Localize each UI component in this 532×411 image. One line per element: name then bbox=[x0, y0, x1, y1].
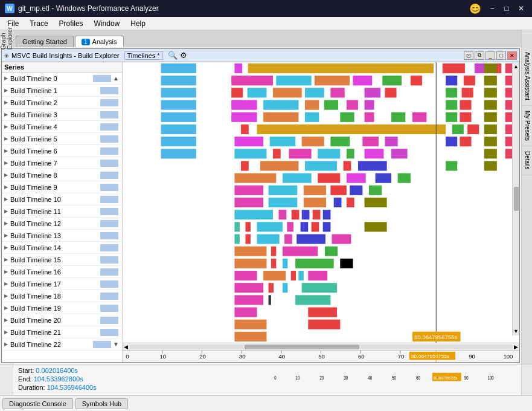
close-button[interactable]: ✕ bbox=[515, 4, 527, 13]
right-tab-analysis[interactable]: Analysis Assistant bbox=[522, 47, 532, 106]
svg-rect-139 bbox=[484, 100, 497, 110]
inner-minimize-btn[interactable]: _ bbox=[486, 51, 495, 60]
vertical-scrollbar[interactable]: ▲ ▼ bbox=[512, 62, 519, 335]
svg-rect-136 bbox=[484, 63, 497, 73]
svg-rect-80 bbox=[304, 186, 326, 195]
svg-rect-73 bbox=[283, 173, 312, 183]
scroll-v-bottom[interactable]: ▼ bbox=[112, 341, 120, 348]
svg-rect-67 bbox=[260, 161, 299, 170]
series-label-10: Build Timeline 10 bbox=[10, 196, 61, 203]
series-item-17[interactable]: ▶ Build Timeline 17 bbox=[2, 278, 122, 290]
series-item-16[interactable]: ▶ Build Timeline 16 bbox=[2, 266, 122, 278]
scroll-up-arrow[interactable]: ▲ bbox=[512, 62, 519, 71]
series-list[interactable]: ▶ Build Timeline 0 ▲ ▶ Build Timeline 1 … bbox=[2, 73, 122, 362]
series-item-20[interactable]: ▶ Build Timeline 20 bbox=[2, 314, 122, 326]
series-mini-2 bbox=[100, 99, 118, 106]
svg-rect-11 bbox=[382, 76, 402, 85]
series-item-9[interactable]: ▶ Build Timeline 9 bbox=[2, 181, 122, 193]
series-item-15[interactable]: ▶ Build Timeline 15 bbox=[2, 254, 122, 266]
timeline-content: Series ▶ Build Timeline 0 ▲ ▶ Build Time… bbox=[2, 62, 519, 362]
start-label: Start: bbox=[18, 367, 34, 374]
series-item-10[interactable]: ▶ Build Timeline 10 bbox=[2, 193, 122, 206]
series-item-7[interactable]: ▶ Build Timeline 7 bbox=[2, 157, 122, 169]
series-item-1[interactable]: ▶ Build Timeline 1 bbox=[2, 85, 122, 97]
scroll-right-arrow[interactable]: ▶ bbox=[513, 344, 519, 350]
svg-rect-104 bbox=[234, 234, 239, 244]
svg-rect-27 bbox=[263, 100, 298, 110]
inner-maximize-btn[interactable]: □ bbox=[496, 51, 506, 60]
scroll-v-0[interactable]: ▲ bbox=[112, 75, 120, 82]
svg-rect-142 bbox=[484, 137, 497, 146]
series-item-14[interactable]: ▶ Build Timeline 14 bbox=[2, 242, 122, 254]
tab-getting-started[interactable]: Getting Started bbox=[16, 36, 74, 47]
right-tab-details[interactable]: Details bbox=[522, 146, 532, 175]
scroll-left-arrow[interactable]: ◀ bbox=[123, 344, 129, 350]
bottom-tab-diagnostic[interactable]: Diagnostic Console bbox=[2, 398, 73, 409]
series-item-22[interactable]: ▶ Build Timeline 22 ▼ bbox=[2, 338, 122, 351]
graph-explorer-toggle[interactable]: Graph Explorer bbox=[0, 30, 13, 47]
arrow-6: ▶ bbox=[4, 148, 8, 154]
series-header: Series bbox=[2, 62, 122, 73]
right-tab-presets[interactable]: My Presets bbox=[522, 106, 532, 146]
svg-rect-69 bbox=[344, 161, 351, 170]
inner-restore-btn[interactable]: ⊡ bbox=[464, 51, 473, 60]
series-item-4[interactable]: ▶ Build Timeline 4 bbox=[2, 121, 122, 133]
series-item-5[interactable]: ▶ Build Timeline 5 bbox=[2, 133, 122, 145]
series-item-11[interactable]: ▶ Build Timeline 11 bbox=[2, 206, 122, 218]
series-item-3[interactable]: ▶ Build Timeline 3 bbox=[2, 109, 122, 121]
series-mini-12 bbox=[100, 220, 118, 227]
svg-text:40: 40 bbox=[368, 375, 372, 381]
status-info: Start: 0.002016400s End: 104.533962800s … bbox=[13, 364, 272, 395]
svg-rect-51 bbox=[270, 137, 295, 146]
horizontal-scrollbar[interactable]: ◀ ▶ bbox=[123, 343, 519, 350]
svg-rect-42 bbox=[446, 112, 457, 122]
scroll-down-arrow[interactable]: ▼ bbox=[512, 327, 519, 335]
inner-float-btn[interactable]: ⧉ bbox=[475, 51, 484, 60]
arrow-15: ▶ bbox=[4, 257, 8, 262]
series-item-2[interactable]: ▶ Build Timeline 2 bbox=[2, 97, 122, 109]
menu-trace[interactable]: Trace bbox=[25, 18, 53, 29]
series-item-12[interactable]: ▶ Build Timeline 12 bbox=[2, 218, 122, 230]
svg-rect-12 bbox=[411, 76, 422, 85]
svg-rect-15 bbox=[161, 88, 196, 97]
settings-icon[interactable]: ⚙ bbox=[180, 51, 187, 60]
timelines-tab[interactable]: Timelines * bbox=[124, 51, 163, 60]
series-item-13[interactable]: ▶ Build Timeline 13 bbox=[2, 230, 122, 242]
minimize-button[interactable]: − bbox=[486, 4, 498, 13]
svg-rect-75 bbox=[347, 173, 366, 183]
tab-analysis[interactable]: 1Analysis bbox=[75, 36, 124, 47]
svg-rect-28 bbox=[305, 100, 319, 110]
inner-close-btn[interactable]: ✕ bbox=[507, 51, 517, 60]
h-scroll-thumb[interactable] bbox=[245, 345, 360, 349]
series-mini-11 bbox=[100, 208, 118, 215]
menu-help[interactable]: Help bbox=[126, 18, 150, 29]
bottom-tab-symbols[interactable]: Symbols Hub bbox=[75, 398, 128, 409]
series-label-6: Build Timeline 6 bbox=[10, 147, 57, 155]
series-mini-20 bbox=[100, 317, 118, 324]
arrow-2: ▶ bbox=[4, 100, 8, 105]
svg-rect-115 bbox=[271, 259, 276, 268]
series-item-6[interactable]: ▶ Build Timeline 6 bbox=[2, 145, 122, 157]
series-item-19[interactable]: ▶ Build Timeline 19 bbox=[2, 302, 122, 314]
maximize-button[interactable]: □ bbox=[501, 4, 513, 13]
series-mini-0 bbox=[93, 75, 111, 82]
chart-canvas[interactable]: 80.0647956755s ▲ ▼ bbox=[123, 62, 519, 343]
svg-text:60: 60 bbox=[416, 375, 420, 381]
series-item-18[interactable]: ▶ Build Timeline 18 bbox=[2, 290, 122, 302]
search-icon[interactable]: 🔍 bbox=[168, 51, 178, 60]
scroll-thumb[interactable] bbox=[514, 187, 519, 211]
series-label-3: Build Timeline 3 bbox=[10, 111, 57, 118]
svg-rect-54 bbox=[362, 137, 378, 146]
svg-rect-71 bbox=[446, 161, 457, 170]
menu-window[interactable]: Window bbox=[89, 18, 125, 29]
svg-text:70: 70 bbox=[398, 354, 405, 360]
svg-rect-134 bbox=[308, 320, 340, 329]
h-scroll-track[interactable] bbox=[129, 345, 513, 349]
svg-rect-121 bbox=[291, 271, 296, 280]
series-item-21[interactable]: ▶ Build Timeline 21 bbox=[2, 326, 122, 338]
series-item-8[interactable]: ▶ Build Timeline 8 bbox=[2, 169, 122, 181]
series-mini-22 bbox=[93, 341, 111, 348]
menu-profiles[interactable]: Profiles bbox=[54, 18, 88, 29]
series-mini-4 bbox=[100, 123, 118, 131]
series-item-0[interactable]: ▶ Build Timeline 0 ▲ bbox=[2, 73, 122, 85]
